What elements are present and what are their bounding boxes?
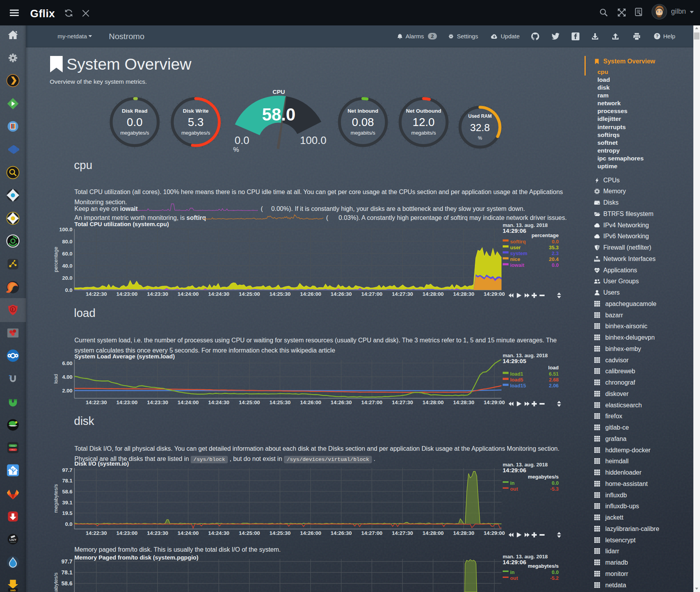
- svg-text:megabytes/s: megabytes/s: [528, 563, 559, 569]
- svg-text:78.1: 78.1: [61, 569, 72, 576]
- svg-text:78.1: 78.1: [62, 478, 73, 484]
- svg-text:14:27:30: 14:27:30: [392, 530, 413, 536]
- svg-text:sab: sab: [10, 588, 16, 592]
- svg-text:14:23:30: 14:23:30: [147, 530, 168, 536]
- svg-text:14:25:30: 14:25:30: [269, 530, 290, 536]
- svg-text:14:23:00: 14:23:00: [116, 530, 137, 536]
- svg-text:97.7: 97.7: [62, 467, 72, 473]
- svg-text:14:26:00: 14:26:00: [300, 530, 321, 536]
- svg-text:14:22:30: 14:22:30: [86, 530, 107, 536]
- svg-text:14:29:06: 14:29:06: [503, 467, 526, 473]
- svg-text:14:24:00: 14:24:00: [178, 530, 199, 536]
- svg-text:14:29:06: 14:29:06: [503, 559, 526, 565]
- svg-text:14:28:30: 14:28:30: [453, 530, 474, 536]
- svg-text:Offline: Offline: [11, 449, 16, 451]
- svg-text:14:28:00: 14:28:00: [422, 530, 444, 536]
- svg-text:Memory Paged from/to disk (sys: Memory Paged from/to disk (system.pgpgio…: [74, 554, 198, 561]
- svg-text:in: in: [510, 480, 515, 486]
- svg-text:-5.3: -5.3: [550, 486, 559, 492]
- svg-text:megabytes/s: megabytes/s: [53, 572, 59, 592]
- svg-text:out: out: [510, 575, 518, 581]
- svg-text:Disk I/O (system.io): Disk I/O (system.io): [74, 460, 129, 467]
- svg-text:14:26:30: 14:26:30: [331, 530, 352, 536]
- svg-text:14:24:30: 14:24:30: [208, 530, 229, 536]
- svg-text:megabytes/s: megabytes/s: [528, 474, 559, 480]
- svg-text:megabytes/s: megabytes/s: [53, 484, 59, 513]
- svg-text:-5.2: -5.2: [550, 575, 559, 581]
- svg-text:LAZY: LAZY: [9, 538, 16, 541]
- svg-text:0.0: 0.0: [552, 480, 559, 486]
- svg-text:14:27:00: 14:27:00: [361, 530, 382, 536]
- svg-text:out: out: [510, 486, 518, 492]
- svg-text:97.7: 97.7: [61, 558, 72, 565]
- svg-text:58.6: 58.6: [62, 489, 73, 495]
- svg-text:39.1: 39.1: [62, 500, 73, 506]
- svg-text:14:29:00: 14:29:00: [484, 530, 505, 536]
- svg-text:in: in: [510, 569, 515, 575]
- svg-text:19.5: 19.5: [62, 510, 73, 516]
- svg-text:?: ?: [656, 34, 659, 38]
- svg-text:Librarian: Librarian: [10, 542, 16, 543]
- svg-text:0.0: 0.0: [552, 569, 559, 575]
- svg-text:14:25:00: 14:25:00: [239, 530, 260, 536]
- svg-text:0.0: 0.0: [65, 521, 72, 527]
- svg-text:Online: Online: [11, 445, 16, 447]
- svg-text:58.6: 58.6: [61, 580, 72, 587]
